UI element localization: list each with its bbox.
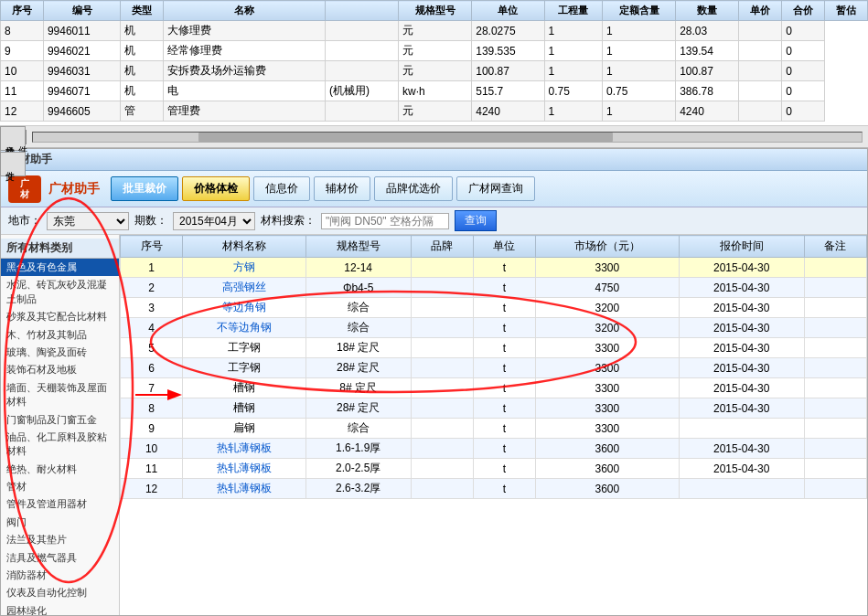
gc-logo: 广材 (8, 175, 41, 203)
category-item[interactable]: 水泥、砖瓦灰砂及混凝土制品 (1, 276, 119, 308)
gc-toolbar: 广材 广材助手 批里裁价 价格体检 信息价 辅材价 品牌优选价 广材网查询 (1, 171, 867, 207)
column-header: 品牌 (411, 236, 473, 258)
category-item[interactable]: 法兰及其垫片 (1, 531, 119, 548)
column-header: 单位 (473, 236, 535, 258)
table-row: 10热轧薄钢板1.6-1.9厚t36002015-04-30 (121, 439, 867, 459)
table-row: 2高强钢丝Φb4-5t47502015-04-30 (121, 278, 867, 298)
logo-text: 广材 (20, 178, 29, 200)
tab-info-price[interactable]: 信息价 (253, 176, 310, 201)
column-header: 序号 (121, 236, 183, 258)
category-item[interactable]: 玻璃、陶瓷及面砖 (1, 344, 119, 361)
query-button[interactable]: 查询 (455, 210, 497, 231)
location-label: 地市： (8, 213, 41, 228)
table-row: 3等边角钢综合t32002015-04-30 (121, 298, 867, 318)
category-item[interactable]: 木、竹材及其制品 (1, 326, 119, 344)
table-row: 5工字钢18# 定尺t33002015-04-30 (121, 338, 867, 358)
column-header: 报价时间 (679, 236, 804, 258)
tab-web-query[interactable]: 广材网查询 (456, 176, 535, 201)
category-item[interactable]: 墙面、天棚装饰及屋面材料 (1, 379, 119, 411)
gc-filter-bar: 地市： 东莞 期数： 2015年04月 材料搜索： 查询 (1, 207, 867, 235)
brand-name: 广材助手 (48, 181, 100, 197)
gc-content: 所有材料类别 黑色及有色金属水泥、砖瓦灰砂及混凝土制品砂浆及其它配合比材料木、竹… (1, 235, 867, 615)
column-header: 备注 (804, 236, 866, 258)
top-table-area: 序号编号类型名称规格型号单位工程量定额含量数量单价合价暂估89946011机大修… (0, 0, 868, 126)
period-label: 期数： (134, 213, 167, 228)
category-item[interactable]: 门窗制品及门窗五金 (1, 411, 119, 429)
table-row: 7槽钢8# 定尺t33002015-04-30 (121, 378, 867, 398)
category-item[interactable]: 仪表及自动化控制 (1, 584, 119, 601)
period-select[interactable]: 2015年04月 (173, 212, 255, 230)
category-item[interactable]: 洁具及燃气器具 (1, 549, 119, 567)
sidebar-label-price[interactable]: 场价文件 (0, 126, 26, 151)
scrollbar-area (32, 132, 863, 143)
table-row: 12热轧薄钢板2.6-3.2厚t3600 (121, 479, 867, 499)
table-row: 4不等边角钢综合t32002015-04-30 (121, 318, 867, 338)
category-item[interactable]: 阀门 (1, 514, 119, 531)
column-header: 材料名称 (183, 236, 306, 258)
table-row: 129946605管管理费元42401142400 (1, 101, 868, 122)
search-input[interactable] (321, 213, 449, 229)
location-select[interactable]: 东莞 (47, 212, 129, 230)
table-row: 9扁钢综合t3300 (121, 419, 867, 439)
tab-aux-price[interactable]: 辅材价 (314, 176, 370, 201)
table-row: 1方钢12-14t33002015-04-30 (121, 258, 867, 278)
cost-table: 序号编号类型名称规格型号单位工程量定额含量数量单价合价暂估89946011机大修… (0, 0, 868, 122)
table-row: 11热轧薄钢板2.0-2.5厚t36002015-04-30 (121, 459, 867, 479)
tab-price-check[interactable]: 价格体检 (182, 176, 250, 201)
category-item[interactable]: 油品、化工原料及胶粘材料 (1, 429, 119, 461)
category-item[interactable]: 园林绿化 (1, 602, 119, 615)
category-tree: 所有材料类别 黑色及有色金属水泥、砖瓦灰砂及混凝土制品砂浆及其它配合比材料木、竹… (1, 235, 120, 615)
table-row: 6工字钢28# 定尺t33002015-04-30 (121, 358, 867, 378)
category-item[interactable]: 消防器材 (1, 567, 119, 584)
main-container: ◄ 广材助手 广材 广材助手 批里裁价 价格体检 信息价 辅材价 品牌优选价 广… (0, 126, 868, 616)
category-item[interactable]: 黑色及有色金属 (1, 259, 119, 276)
tab-brand-price[interactable]: 品牌优选价 (374, 176, 453, 201)
nav-bar: ◄ (0, 126, 868, 148)
table-row: 109946031机安拆费及场外运输费元100.8711100.870 (1, 61, 868, 81)
data-table-area: 序号材料名称规格型号品牌单位市场价（元）报价时间备注 1方钢12-14t3300… (120, 235, 867, 615)
category-header: 所有材料类别 (1, 239, 119, 259)
tab-bulk-price[interactable]: 批里裁价 (111, 176, 178, 201)
column-header: 规格型号 (305, 236, 411, 258)
search-label: 材料搜索： (261, 213, 316, 228)
category-item[interactable]: 装饰石材及地板 (1, 361, 119, 378)
category-item[interactable]: 管材 (1, 478, 119, 495)
column-header: 市场价（元） (536, 236, 680, 258)
category-item[interactable]: 砂浆及其它配合比材料 (1, 308, 119, 325)
category-item[interactable]: 绝热、耐火材料 (1, 461, 119, 478)
sidebar-label-file[interactable]: 文件 (0, 152, 26, 176)
category-item[interactable]: 管件及管道用器材 (1, 495, 119, 513)
table-row: 99946021机经常修理费元139.53511139.540 (1, 41, 868, 61)
material-table: 序号材料名称规格型号品牌单位市场价（元）报价时间备注 1方钢12-14t3300… (120, 235, 867, 499)
gc-panel: 广材助手 广材 广材助手 批里裁价 价格体检 信息价 辅材价 品牌优选价 广材网… (0, 148, 868, 616)
table-row: 89946011机大修理费元28.02751128.030 (1, 21, 868, 41)
table-row: 8槽钢28# 定尺t33002015-04-30 (121, 398, 867, 419)
table-row: 119946071机电(机械用)kw·h515.70.750.75386.780 (1, 81, 868, 101)
gc-title-bar: 广材助手 (1, 149, 867, 171)
